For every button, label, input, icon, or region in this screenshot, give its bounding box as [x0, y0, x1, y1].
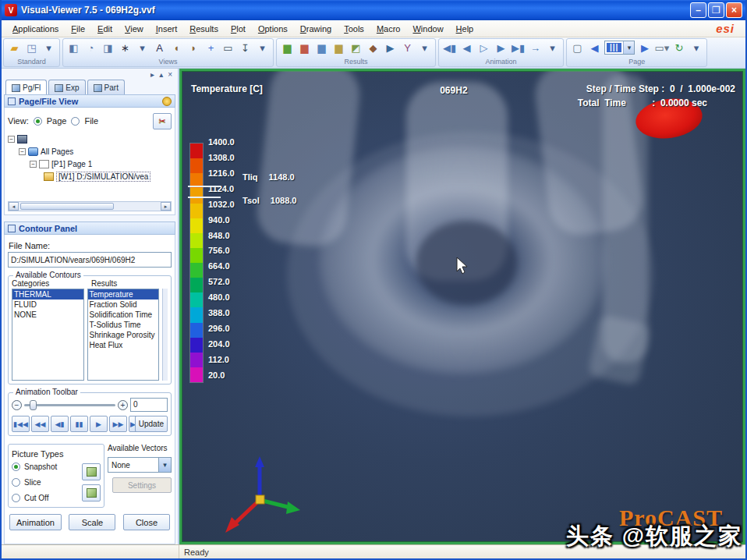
rotate-view-icon[interactable]: ◔	[83, 41, 98, 55]
vectors-dropdown[interactable]: None ▾	[108, 457, 172, 473]
menu-item[interactable]: File	[65, 23, 91, 35]
menu-item[interactable]: Options	[252, 23, 294, 35]
frame-plus-icon[interactable]: +	[118, 400, 128, 410]
panel-tab[interactable]: Part	[87, 80, 125, 95]
hscroll-thumb[interactable]	[20, 203, 114, 210]
results-caret-icon[interactable]: ▾	[417, 41, 432, 55]
menu-item[interactable]: Results	[183, 23, 225, 35]
anim-prev-icon[interactable]: ◀	[459, 41, 474, 55]
frame-pause-button[interactable]: ▮▮	[70, 416, 88, 432]
pan-icon[interactable]: +	[204, 41, 218, 55]
update-button[interactable]: Update	[135, 416, 168, 432]
anim-last-icon[interactable]: ▶▮	[511, 41, 526, 55]
result-item[interactable]: Solidification Time	[88, 310, 159, 320]
anim-first-icon[interactable]: ◀▮	[442, 41, 457, 55]
menu-item[interactable]: Edit	[91, 23, 119, 35]
menu-item[interactable]: View	[119, 23, 150, 35]
shaded-view-icon[interactable]: ◨	[101, 41, 115, 55]
menu-item[interactable]: Plot	[225, 23, 252, 35]
slice-tool-button[interactable]	[82, 463, 101, 480]
file-name-input[interactable]: D:/SIMULATION/vears/069H/069H2	[8, 252, 172, 268]
pick-tool-icon[interactable]: ∗	[118, 41, 133, 55]
frame-first-button[interactable]: ▮◀◀	[12, 416, 30, 432]
category-item[interactable]: NONE	[12, 310, 83, 320]
contour-result-icon[interactable]: ▆	[280, 41, 295, 55]
vectors-caret-icon[interactable]: ▾	[158, 458, 171, 472]
panel-tab[interactable]: Exp	[48, 80, 85, 95]
zoom-box-icon[interactable]: ▭	[221, 41, 235, 55]
clip-result-icon[interactable]: ▆	[297, 41, 312, 55]
menu-item[interactable]: Insert	[150, 23, 184, 35]
standard-more-icon[interactable]: ▾	[41, 41, 56, 55]
play-result-icon[interactable]: ▶	[383, 41, 398, 55]
result-item[interactable]: Fraction Solid	[88, 299, 159, 310]
picture-type-radio[interactable]	[12, 463, 20, 471]
cutoff-tool-button[interactable]	[82, 484, 101, 502]
scale-button[interactable]: Scale	[69, 514, 115, 530]
category-item[interactable]: THERMAL	[12, 289, 83, 299]
tree-root-expander-icon[interactable]: −	[8, 136, 15, 143]
anim-export-icon[interactable]: →	[528, 41, 543, 55]
label-result-icon[interactable]: ◆	[366, 41, 381, 55]
close-button[interactable]: ×	[726, 2, 742, 18]
category-item[interactable]: FLUID	[12, 299, 83, 310]
tree-all-pages-row[interactable]: − All Pages	[8, 145, 172, 158]
results-vscrollbar[interactable]	[162, 289, 168, 381]
result-item[interactable]: T-Solidus Time	[88, 320, 159, 330]
grab-right-icon[interactable]: ◗	[186, 41, 201, 55]
frame-slider[interactable]	[24, 404, 115, 406]
new-page-icon[interactable]: ▢	[570, 41, 585, 55]
close-panel-button[interactable]: Close	[123, 514, 170, 530]
anim-play-icon[interactable]: ▷	[476, 41, 491, 55]
export-image-icon[interactable]: ◳	[24, 41, 39, 55]
picture-type-option[interactable]: Cut Off	[12, 490, 82, 505]
menu-item[interactable]: Help	[450, 23, 480, 35]
view-page-radio[interactable]	[34, 117, 42, 126]
frame-rewind-button[interactable]: ◀◀	[31, 416, 49, 432]
tree-page1-row[interactable]: − [P1] Page 1	[8, 158, 172, 170]
annotate-icon[interactable]: A	[152, 41, 167, 55]
frame-forward-button[interactable]: ▶▶	[109, 416, 127, 432]
panel-float-icon[interactable]: ▸	[150, 70, 154, 79]
frame-number-input[interactable]: 0	[130, 398, 168, 412]
iso-view-icon[interactable]: ◧	[66, 41, 81, 55]
refresh-page-icon[interactable]: ↻	[671, 41, 686, 55]
frame-slider-thumb[interactable]	[30, 400, 37, 410]
panel-collapse-icon[interactable]: ▴	[159, 70, 163, 79]
anim-caret-icon[interactable]: ▾	[545, 41, 560, 55]
page-caret-icon[interactable]: ▾	[689, 41, 703, 55]
section-result-icon[interactable]: ▆	[314, 41, 329, 55]
tree-page1-expander-icon[interactable]: −	[30, 161, 37, 168]
legend-result-icon[interactable]: ◩	[349, 41, 363, 55]
frame-play-button[interactable]: ▶	[90, 416, 108, 432]
animation-button[interactable]: Animation	[9, 514, 62, 530]
view-options-button[interactable]: ✂	[153, 113, 172, 129]
menu-item[interactable]: Window	[406, 23, 449, 35]
probe-result-icon[interactable]: ▆	[331, 41, 346, 55]
next-page-icon[interactable]: ▶	[637, 41, 652, 55]
tree-window1-row[interactable]: [W1] D:/SIMULATION/vea	[8, 170, 172, 183]
panel-close-icon[interactable]: ×	[168, 70, 172, 79]
result-item[interactable]: Heat Flux	[88, 340, 159, 350]
view-file-radio[interactable]	[71, 117, 80, 126]
anchor-icon[interactable]: ↧	[238, 41, 253, 55]
viewport-3d[interactable]: Temperature [C] 069H2 Step / Time Step :…	[179, 69, 745, 544]
grab-left-icon[interactable]: ◖	[169, 41, 184, 55]
picture-type-radio[interactable]	[12, 494, 20, 502]
picture-type-option[interactable]: Snapshot	[12, 459, 82, 474]
help-icon[interactable]	[162, 97, 172, 106]
tree-all-pages-expander-icon[interactable]: −	[19, 148, 26, 155]
anim-next-icon[interactable]: ▶	[494, 41, 508, 55]
result-item[interactable]: Shrinkage Porosity	[88, 330, 159, 340]
prev-page-icon[interactable]: ◀	[587, 41, 602, 55]
picture-type-radio[interactable]	[12, 478, 20, 487]
result-item[interactable]: Temperature	[88, 289, 159, 299]
minimize-button[interactable]: –	[690, 2, 706, 18]
tools-result-icon[interactable]: Y	[400, 41, 415, 55]
panel-tab[interactable]: Pg/Fl	[5, 80, 47, 95]
tree-root-row[interactable]: −	[8, 133, 172, 145]
picture-type-option[interactable]: Slice	[12, 474, 82, 490]
menu-item[interactable]: Applications	[6, 23, 65, 35]
menu-item[interactable]: Tools	[338, 23, 370, 35]
menu-item[interactable]: Macro	[370, 23, 407, 35]
